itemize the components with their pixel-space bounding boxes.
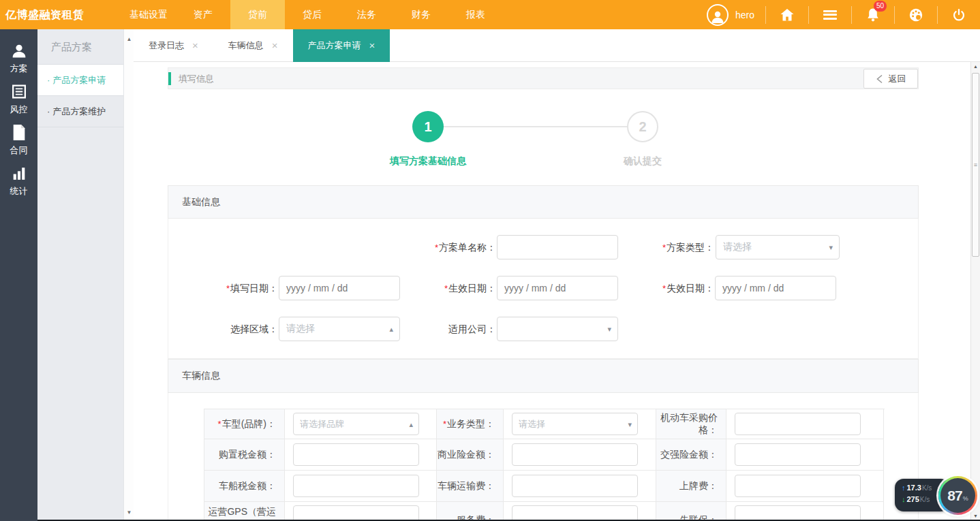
field-label: 适用公司： <box>409 317 496 341</box>
plan-type-select[interactable]: 请选择▾ <box>716 235 840 259</box>
submenu-item-plan-apply[interactable]: ·产品方案申请 <box>37 65 123 96</box>
hamburger-icon <box>823 10 837 20</box>
step-2-label: 确认提交 <box>575 155 711 168</box>
close-icon[interactable]: × <box>369 29 376 62</box>
bar-chart-icon <box>10 165 28 182</box>
compulsory-insurance-input[interactable] <box>735 443 861 466</box>
business-type-select[interactable]: 请选择▾ <box>512 413 638 435</box>
back-button[interactable]: 返回 <box>863 69 918 89</box>
field-label: 车辆运输费： <box>437 471 504 502</box>
gps-fee-input[interactable] <box>293 505 419 521</box>
step-1-indicator: 1 <box>412 111 444 142</box>
license-fee-input[interactable] <box>735 475 861 497</box>
field-label: *方案单名称： <box>341 235 496 260</box>
service-fee-input[interactable] <box>512 505 638 521</box>
effective-date-input[interactable] <box>497 276 618 300</box>
gauge-unit: % <box>963 495 968 502</box>
username[interactable]: hero <box>735 10 754 20</box>
vehicle-vessel-tax-input[interactable] <box>293 475 419 497</box>
theme-button[interactable] <box>906 5 926 25</box>
sidebar-item-stats[interactable]: 统计 <box>0 157 37 198</box>
user-icon <box>709 8 726 25</box>
list-icon <box>10 83 28 100</box>
scroll-up-icon[interactable]: ▲ <box>971 62 980 72</box>
scroll-up-icon[interactable]: ▲ <box>124 36 134 42</box>
power-icon <box>951 7 966 22</box>
application-window: 亿博盛融资租赁 基础设置 资产 贷前 贷后 法务 财务 报表 hero <box>0 0 980 521</box>
chevron-left-icon <box>876 74 883 84</box>
transport-fee-input[interactable] <box>512 475 638 497</box>
sidebar-item-contract[interactable]: 合同 <box>0 116 37 157</box>
region-select[interactable]: 请选择▴ <box>279 317 400 341</box>
logout-button[interactable] <box>949 5 969 25</box>
field-label: 服务费： <box>437 502 504 521</box>
scroll-down-icon[interactable]: ▼ <box>124 509 134 516</box>
scrollbar-thumb[interactable]: ≡ <box>972 73 979 257</box>
menu-item-assets[interactable]: 资产 <box>176 0 230 29</box>
menu-item-reports[interactable]: 报表 <box>448 0 503 29</box>
sidebar-item-label: 统计 <box>10 185 28 198</box>
step-2-indicator: 2 <box>627 111 658 142</box>
commercial-insurance-input[interactable] <box>512 443 638 466</box>
divider <box>808 6 809 24</box>
select-placeholder: 请选择 <box>723 241 752 253</box>
field-label: 选择区域： <box>191 317 278 341</box>
expire-date-input[interactable] <box>715 276 836 300</box>
vehicle-table: *车型(品牌)： 请选择品牌▴ *业务类型： 请选择▾ 机动车采购价格： 购置税… <box>204 409 885 521</box>
home-button[interactable] <box>777 5 797 25</box>
divider <box>937 6 938 24</box>
caret-down-icon: ▾ <box>607 325 611 334</box>
menu-item-legal[interactable]: 法务 <box>339 0 394 29</box>
section-header-basic: 基础信息 <box>168 185 919 219</box>
divider <box>894 6 895 24</box>
bullet-icon: · <box>47 106 50 116</box>
submenu-scrollbar[interactable]: ▲ ▼ <box>123 29 134 521</box>
tab-login-log[interactable]: 登录日志× <box>134 29 213 62</box>
tab-product-plan-apply[interactable]: 产品方案申请× <box>293 29 391 62</box>
menu-item-finance[interactable]: 财务 <box>394 0 448 29</box>
purchase-tax-input[interactable] <box>293 443 419 466</box>
back-button-label: 返回 <box>889 73 906 85</box>
close-icon[interactable]: × <box>192 29 198 62</box>
field-label: 交强险金额： <box>656 439 726 471</box>
panel-header: 填写信息 返回 <box>168 67 919 89</box>
avatar[interactable] <box>707 4 729 26</box>
field-label: 运营GPS（营运 <box>204 502 285 521</box>
sidebar-item-label: 合同 <box>10 144 28 157</box>
lost-contact-insurance-input[interactable] <box>735 505 861 521</box>
field-label: *生效日期： <box>409 276 496 301</box>
menu-item-base-settings[interactable]: 基础设置 <box>121 0 176 29</box>
select-placeholder: 请选择品牌 <box>300 418 344 430</box>
vehicle-brand-select[interactable]: 请选择品牌▴ <box>293 413 419 435</box>
submenu-item-label: 产品方案申请 <box>52 75 106 85</box>
table-row: 购置税金额： 商业险金额： 交强险金额： <box>204 439 885 471</box>
tab-vehicle-info[interactable]: 车辆信息× <box>213 29 293 62</box>
field-label: *车型(品牌)： <box>204 409 285 439</box>
notification-badge: 50 <box>874 1 887 12</box>
company-select[interactable]: ▾ <box>497 317 618 341</box>
menu-item-post-loan[interactable]: 贷后 <box>285 0 339 29</box>
brand-logo: 亿博盛融资租赁 <box>5 0 85 29</box>
submenu-item-label: 产品方案维护 <box>52 106 106 116</box>
top-bar: 亿博盛融资租赁 基础设置 资产 贷前 贷后 法务 财务 报表 hero <box>0 0 980 29</box>
tab-label: 车辆信息 <box>228 29 264 62</box>
required-mark: * <box>218 419 221 429</box>
home-icon <box>779 7 795 23</box>
menu-item-pre-loan[interactable]: 贷前 <box>230 0 285 29</box>
gauge-value: 87 <box>947 488 962 504</box>
sidebar-item-plan[interactable]: 方案 <box>0 34 37 75</box>
submenu-item-plan-maintain[interactable]: ·产品方案维护 <box>37 96 123 127</box>
close-icon[interactable]: × <box>272 29 278 62</box>
table-row: *车型(品牌)： 请选择品牌▴ *业务类型： 请选择▾ 机动车采购价格： <box>204 409 885 439</box>
arrow-up-icon: ↑ <box>902 484 906 492</box>
purchase-price-input[interactable] <box>735 413 861 435</box>
content-scrollbar[interactable]: ▲ ≡ ▼ <box>970 62 980 521</box>
fill-date-input[interactable] <box>279 276 400 300</box>
bullet-icon: · <box>47 75 50 85</box>
notifications-button[interactable]: 50 <box>863 5 883 25</box>
sidebar-item-risk[interactable]: 风控 <box>0 75 37 116</box>
menu-toggle-button[interactable] <box>820 5 840 25</box>
user-icon <box>10 42 28 59</box>
percentage-gauge: 87% <box>938 476 977 515</box>
caret-down-icon: ▾ <box>829 243 833 252</box>
